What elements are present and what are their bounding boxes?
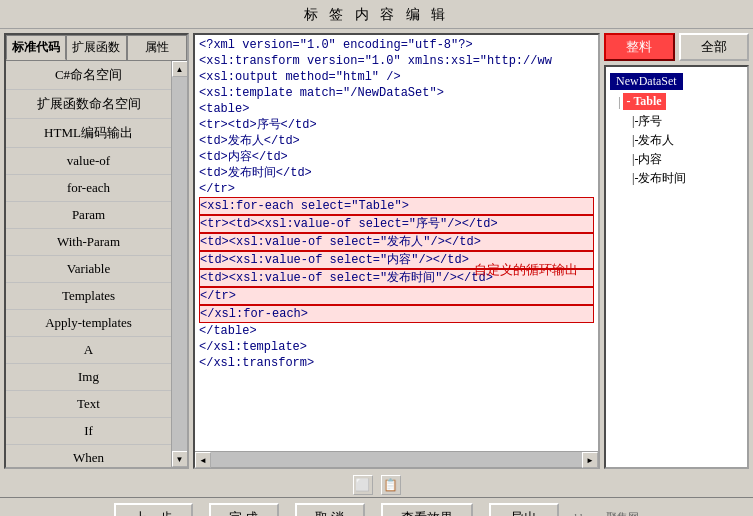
code-line: <?xml version="1.0" encoding="utf-8"?>	[199, 37, 594, 53]
code-line: <tr><td><xsl:value-of select="序号"/></td>	[199, 215, 594, 233]
code-line: </tr>	[199, 181, 594, 197]
list-item[interactable]: C#命名空间	[6, 61, 171, 90]
tree-child-label: |-内容	[632, 151, 662, 168]
btn-cancel[interactable]: 取 消	[295, 503, 365, 517]
code-line: <xsl:transform version="1.0" xmlns:xsl="…	[199, 53, 594, 69]
right-top-buttons: 整料 全部	[604, 33, 749, 61]
code-line: <td><xsl:value-of select="发布人"/></td>	[199, 233, 594, 251]
tree-child-item: |-发布人	[626, 132, 743, 149]
code-line: </xsl:for-each>	[199, 305, 594, 323]
list-item[interactable]: Text	[6, 391, 171, 418]
tree-child-label: |-发布时间	[632, 170, 686, 187]
left-list-container: C#命名空间扩展函数命名空间HTML编码输出value-offor-eachPa…	[6, 61, 187, 467]
right-panel: 整料 全部 NewDataSet | - Table |-序号|-发布人|-内容…	[604, 33, 749, 469]
list-item[interactable]: for-each	[6, 175, 171, 202]
code-line: </tr>	[199, 287, 594, 305]
tree-root-node: NewDataSet	[610, 73, 743, 90]
btn-all[interactable]: 全部	[679, 33, 750, 61]
list-item[interactable]: When	[6, 445, 171, 467]
icon-paste[interactable]: 📋	[381, 475, 401, 495]
tree-root-label: NewDataSet	[610, 73, 683, 90]
code-line: <td>内容</td>	[199, 149, 594, 165]
list-item[interactable]: A	[6, 337, 171, 364]
list-item[interactable]: Templates	[6, 283, 171, 310]
list-item[interactable]: 扩展函数命名空间	[6, 90, 171, 119]
tab-standard-code[interactable]: 标准代码	[6, 35, 66, 60]
code-line: </table>	[199, 323, 594, 339]
btn-partial[interactable]: 整料	[604, 33, 675, 61]
tab-bar: 标准代码 扩展函数 属性	[6, 35, 187, 61]
title-text: 标 签 内 容 编 辑	[304, 7, 450, 22]
scroll-right-btn[interactable]: ►	[582, 452, 598, 468]
btn-done[interactable]: 完 成	[209, 503, 279, 517]
list-item[interactable]: HTML编码输出	[6, 119, 171, 148]
code-line: </xsl:transform>	[199, 355, 594, 371]
tree-child-item: |-内容	[626, 151, 743, 168]
tree-child-item: |-序号	[626, 113, 743, 130]
left-panel: 标准代码 扩展函数 属性 C#命名空间扩展函数命名空间HTML编码输出value…	[4, 33, 189, 469]
tab-attributes[interactable]: 属性	[127, 35, 187, 60]
btn-export[interactable]: 导出	[489, 503, 559, 517]
code-line: <xsl:template match="/NewDataSet">	[199, 85, 594, 101]
list-item[interactable]: value-of	[6, 148, 171, 175]
left-list: C#命名空间扩展函数命名空间HTML编码输出value-offor-eachPa…	[6, 61, 171, 467]
tree-table-label: - Table	[623, 93, 666, 110]
list-item[interactable]: Variable	[6, 256, 171, 283]
list-item[interactable]: With-Param	[6, 229, 171, 256]
list-item[interactable]: If	[6, 418, 171, 445]
horizontal-scrollbar[interactable]: ◄ ►	[195, 451, 598, 467]
code-annotation: 自定义的循环输出	[474, 261, 578, 279]
bottom-icons: ⬜ 📋	[0, 473, 753, 497]
scroll-left-btn[interactable]: ◄	[195, 452, 211, 468]
tree-table-node: | - Table	[618, 93, 743, 110]
code-line: <td>发布时间</td>	[199, 165, 594, 181]
scroll-track-h	[211, 452, 582, 467]
footer: 上一步 完 成 取 消 查看效果 导出 bbs.p...聚集网	[0, 497, 753, 516]
tab-extension-func[interactable]: 扩展函数	[66, 35, 126, 60]
code-line: <xsl:for-each select="Table">	[199, 197, 594, 215]
list-item[interactable]: Param	[6, 202, 171, 229]
tree-child-item: |-发布时间	[626, 170, 743, 187]
code-line: </xsl:template>	[199, 339, 594, 355]
main-container: 标准代码 扩展函数 属性 C#命名空间扩展函数命名空间HTML编码输出value…	[0, 29, 753, 473]
tree-child-label: |-序号	[632, 113, 662, 130]
scroll-down-btn[interactable]: ▼	[172, 451, 188, 467]
scroll-up-btn[interactable]: ▲	[172, 61, 188, 77]
title-bar: 标 签 内 容 编 辑	[0, 0, 753, 29]
code-line: <td>发布人</td>	[199, 133, 594, 149]
tree-panel: NewDataSet | - Table |-序号|-发布人|-内容|-发布时间	[604, 65, 749, 469]
middle-panel: <?xml version="1.0" encoding="utf-8"?><x…	[193, 33, 600, 469]
list-item[interactable]: Img	[6, 364, 171, 391]
list-item[interactable]: Apply-templates	[6, 310, 171, 337]
btn-preview[interactable]: 查看效果	[381, 503, 473, 517]
code-line: <xsl:output method="html" />	[199, 69, 594, 85]
code-area[interactable]: <?xml version="1.0" encoding="utf-8"?><x…	[195, 35, 598, 451]
icon-copy[interactable]: ⬜	[353, 475, 373, 495]
scroll-track	[172, 77, 187, 451]
watermark: bbs.p...聚集网	[575, 510, 640, 516]
code-line: <table>	[199, 101, 594, 117]
code-line: <tr><td>序号</td>	[199, 117, 594, 133]
tree-child-label: |-发布人	[632, 132, 674, 149]
left-scrollbar[interactable]: ▲ ▼	[171, 61, 187, 467]
btn-prev[interactable]: 上一步	[114, 503, 193, 517]
